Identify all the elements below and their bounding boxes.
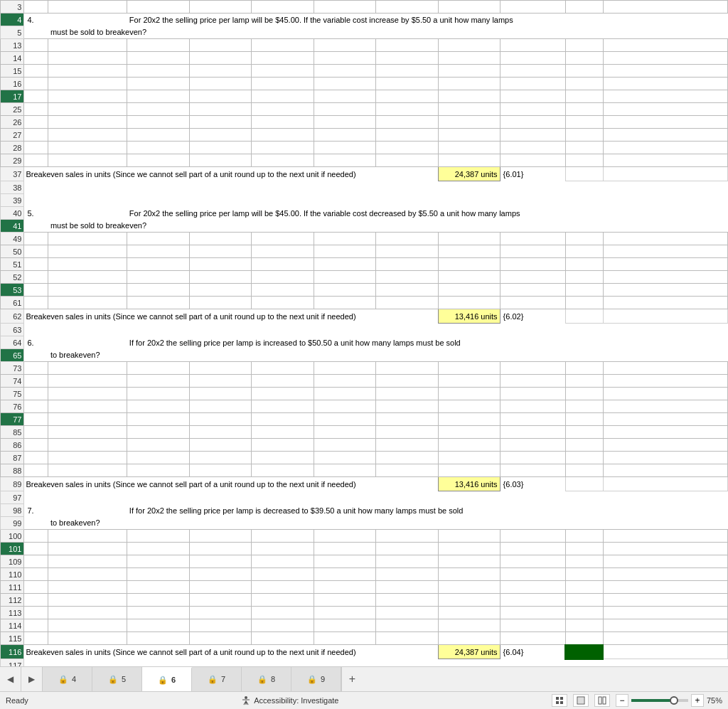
table-row: 100 <box>1 530 728 543</box>
result-row-4: 37 Breakeven sales in units (Since we ca… <box>1 167 728 181</box>
page-layout-btn[interactable] <box>573 694 589 707</box>
wide-input-cell[interactable] <box>565 645 603 659</box>
table-row: 75 <box>1 388 728 400</box>
svg-point-0 <box>245 696 247 699</box>
table-row: 25 <box>1 103 728 116</box>
table-row: 61 <box>1 297 728 309</box>
zoom-slider-thumb <box>670 696 678 705</box>
status-ready-text: Ready <box>6 696 28 705</box>
svg-rect-8 <box>603 697 606 704</box>
result-value-4: 24,387 units <box>438 167 500 181</box>
sheet-content: 3 <box>0 0 728 666</box>
table-row: 63 <box>1 324 728 336</box>
result-label-7: Breakeven sales in units (Since we canno… <box>24 645 438 659</box>
table-row: 101 <box>1 543 728 555</box>
table-row: 41 must be sold to breakeven? <box>1 220 728 233</box>
tab-9-label: 9 <box>321 675 325 683</box>
table-row: 28 <box>1 142 728 154</box>
table-row: 26 <box>1 116 728 129</box>
table-row: 38 <box>1 181 728 194</box>
result-label-5: Breakeven sales in units (Since we canno… <box>24 309 438 324</box>
zoom-slider-track <box>631 699 674 702</box>
result-label-4: Breakeven sales in units (Since we canno… <box>24 167 438 181</box>
table-row: 97 <box>1 491 728 504</box>
accessibility-icon-svg <box>241 695 251 705</box>
table-row: 53 <box>1 284 728 297</box>
table-row: 88 <box>1 464 728 477</box>
page-layout-icon <box>577 696 585 705</box>
page-break-icon <box>598 696 606 705</box>
grid-table: 3 <box>0 0 728 666</box>
lock-icon: 🔒 <box>158 676 168 685</box>
zoom-slider[interactable] <box>631 699 688 702</box>
result-label-6: Breakeven sales in units (Since we canno… <box>24 477 438 491</box>
table-row: 65 to breakeven? <box>1 349 728 362</box>
result-ref-6: {6.03} <box>500 477 565 491</box>
lock-icon: 🔒 <box>58 675 68 684</box>
table-row: 99 to breakeven? <box>1 517 728 530</box>
zoom-controls: − + 75% <box>616 694 722 707</box>
tab-8[interactable]: 🔒 8 <box>242 667 291 691</box>
table-row: 16 <box>1 78 728 90</box>
svg-rect-1 <box>556 697 559 700</box>
tab-7[interactable]: 🔒 7 <box>192 667 242 691</box>
tab-4[interactable]: 🔒 4 <box>43 667 92 691</box>
zoom-out-btn[interactable]: − <box>616 694 628 707</box>
svg-rect-4 <box>560 701 563 704</box>
svg-rect-2 <box>560 697 563 700</box>
lock-icon: 🔒 <box>108 675 118 684</box>
normal-view-btn[interactable] <box>552 694 567 707</box>
table-row: 40 5. For 20x2 the selling price per lam… <box>1 207 728 220</box>
lock-icon: 🔒 <box>208 675 218 684</box>
page-break-btn[interactable] <box>594 694 610 707</box>
table-row: 73 <box>1 362 728 375</box>
tab-5[interactable]: 🔒 5 <box>92 667 142 691</box>
table-row: 17 <box>1 90 728 103</box>
tab-6[interactable]: 🔒 6 <box>142 667 192 691</box>
table-row: 111 <box>1 581 728 594</box>
result-row-7: 116 Breakeven sales in units (Since we c… <box>1 645 728 659</box>
table-row: 98 7. If for 20x2 the selling price per … <box>1 504 728 517</box>
table-row: 86 <box>1 439 728 452</box>
table-row: 112 <box>1 594 728 607</box>
tab-5-label: 5 <box>122 675 126 683</box>
tab-9[interactable]: 🔒 9 <box>291 667 341 691</box>
zoom-level: 75% <box>707 696 722 705</box>
table-row: 109 <box>1 555 728 568</box>
table-row: 113 <box>1 607 728 619</box>
table-row: 52 <box>1 271 728 284</box>
table-row: 64 6. If for 20x2 the selling price per … <box>1 336 728 349</box>
zoom-in-btn[interactable]: + <box>691 694 704 707</box>
table-row: 15 <box>1 65 728 78</box>
table-row: 115 <box>1 632 728 645</box>
table-row: 27 <box>1 129 728 142</box>
table-row: 50 <box>1 245 728 258</box>
tab-nav-next[interactable]: ▶ <box>21 667 43 691</box>
table-row: 49 <box>1 233 728 245</box>
table-row: 14 <box>1 52 728 65</box>
table-row: 3 <box>1 1 728 14</box>
table-row: 85 <box>1 426 728 439</box>
table-row: 76 <box>1 400 728 413</box>
content-scroll[interactable]: 3 <box>0 0 728 666</box>
lock-icon: 🔒 <box>307 675 317 684</box>
spreadsheet-area: 3 <box>0 0 728 666</box>
table-row: 110 <box>1 568 728 581</box>
result-ref-5: {6.02} <box>500 309 565 324</box>
tab-add-button[interactable]: + <box>341 667 363 691</box>
tab-7-label: 7 <box>221 675 225 683</box>
tab-8-label: 8 <box>271 675 275 683</box>
tab-nav-prev[interactable]: ◀ <box>0 667 21 691</box>
result-ref-4: {6.01} <box>500 167 565 181</box>
table-row: 117 <box>1 659 728 667</box>
main-content: 3 <box>0 0 728 666</box>
table-row: 29 <box>1 154 728 167</box>
result-value-5: 13,416 units <box>438 309 500 324</box>
result-value-7: 24,387 units <box>438 645 500 659</box>
table-row: 4 4. For 20x2 the selling price per lamp… <box>1 14 728 26</box>
svg-rect-7 <box>599 697 601 704</box>
table-row: 5 must be sold to breakeven? <box>1 26 728 39</box>
result-row-6: 89 Breakeven sales in units (Since we ca… <box>1 477 728 491</box>
table-row: 13 <box>1 39 728 52</box>
table-row: 51 <box>1 258 728 271</box>
